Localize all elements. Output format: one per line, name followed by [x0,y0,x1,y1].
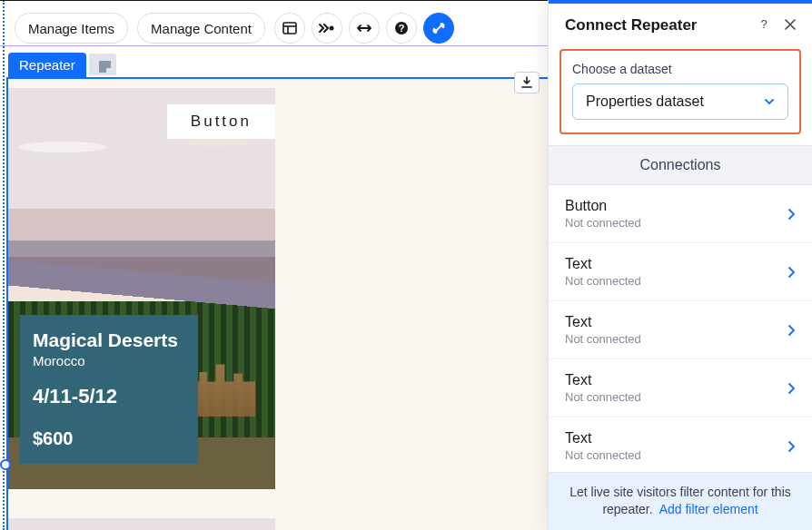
download-icon [520,76,533,89]
connection-row-text[interactable]: Text Not connected [549,417,812,472]
connections-list: Button Not connected Text Not connected … [549,185,812,472]
dataset-selected-value: Properties dataset [586,93,704,110]
download-chip-button[interactable] [514,72,540,93]
help-icon: ? [394,21,409,35]
connection-row-text[interactable]: Text Not connected [549,243,812,301]
panel-help-button[interactable]: ? [758,17,770,34]
connection-label: Text [565,256,641,272]
panel-header: Connect Repeater ? [549,4,812,47]
layout-icon-button[interactable] [274,13,305,44]
repeater-grid: Button Magical Deserts Morocco 4/11-5/12… [8,79,548,530]
selection-edge-left [3,0,5,530]
choose-dataset-block: Choose a dataset Properties dataset [559,49,801,134]
connections-header-label: Connections [640,157,721,172]
choose-dataset-label: Choose a dataset [572,62,788,76]
card-subtitle: Morocco [33,353,185,368]
animation-icon-button[interactable] [312,13,342,44]
connection-status: Not connected [565,332,641,346]
grid-glyph-icon [99,61,106,68]
card-info-panel: Magical Deserts Morocco 4/11-5/12 $600 [20,315,198,464]
chevron-right-icon [787,208,796,221]
repeater-aux-tag[interactable] [89,54,116,75]
help-icon: ? [758,17,770,30]
connection-row-button[interactable]: Button Not connected [549,185,812,243]
toolbar-icon-group: ? [274,13,454,44]
card-image [8,518,275,530]
repeater-item[interactable]: Button Magical Deserts Morocco 4/11-5/12… [8,88,275,489]
connection-row-text[interactable]: Text Not connected [549,359,812,417]
connection-label: Text [565,314,641,330]
connection-row-text[interactable]: Text Not connected [549,301,812,359]
repeater-tag-label: Repeater [19,57,75,73]
connection-status: Not connected [565,448,641,462]
manage-content-label: Manage Content [151,21,252,36]
svg-rect-0 [283,23,296,34]
connections-header: Connections [549,145,812,185]
panel-hint: Let live site visitors filter content fo… [549,472,812,530]
svg-text:?: ? [760,17,767,30]
connect-data-icon [431,21,446,35]
repeater-canvas[interactable]: Button Magical Deserts Morocco 4/11-5/12… [6,77,548,530]
card-title: Magical Deserts [33,329,185,351]
connection-status: Not connected [565,274,641,288]
connection-status: Not connected [565,216,641,230]
svg-point-3 [329,26,333,31]
layout-icon [282,21,297,35]
connect-data-icon-button[interactable] [423,13,454,44]
connection-label: Text [565,372,641,388]
card-dates: 4/11-5/12 [33,385,185,408]
repeater-tag[interactable]: Repeater [8,53,86,77]
connection-status: Not connected [565,390,641,404]
panel-close-button[interactable] [785,17,796,34]
card-price: $600 [33,428,185,449]
connect-repeater-panel: Connect Repeater ? Choose a dataset Prop… [548,0,812,530]
close-icon [785,19,796,30]
add-filter-element-link[interactable]: Add filter element [659,502,758,516]
svg-text:?: ? [399,23,405,34]
animation-icon [319,22,335,34]
connection-label: Text [565,430,641,447]
card-button[interactable]: Button [167,104,275,139]
manage-items-label: Manage Items [28,21,114,36]
svg-line-6 [436,26,441,31]
selection-tag-row: Repeater [8,52,116,77]
stretch-icon [356,23,372,34]
chevron-right-icon [787,440,796,453]
chevron-right-icon [787,382,796,395]
dataset-select[interactable]: Properties dataset [572,83,788,120]
chevron-down-icon [764,96,775,107]
chevron-right-icon [787,324,796,337]
chevron-right-icon [787,266,796,279]
stretch-icon-button[interactable] [349,13,380,44]
panel-title: Connect Repeater [565,16,697,34]
repeater-item[interactable]: Button Magical Deserts Morocco 4/11-5/12… [8,518,275,530]
manage-items-button[interactable]: Manage Items [15,13,128,44]
connection-label: Button [565,198,641,214]
help-icon-button[interactable]: ? [386,13,417,44]
card-button-label: Button [191,113,252,130]
manage-content-button[interactable]: Manage Content [137,13,265,44]
